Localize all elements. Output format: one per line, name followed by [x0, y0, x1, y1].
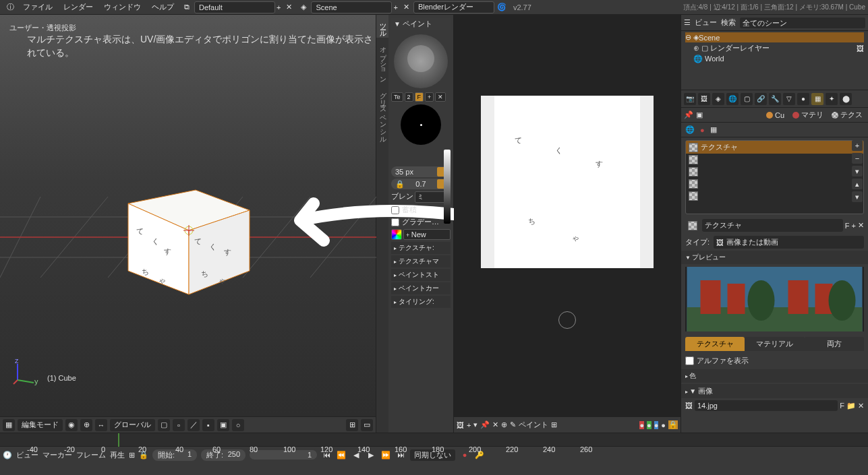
remove-layout-button[interactable]: ✕ — [286, 3, 292, 11]
editor-type-icon[interactable]: ▦ — [3, 419, 15, 431]
brush-tex-button[interactable]: Te — [391, 92, 403, 102]
tab-both[interactable]: 両方 — [805, 337, 864, 351]
preview-panel-header[interactable]: プレビュー — [681, 251, 868, 264]
pivot-icon[interactable]: ⊕ — [80, 419, 92, 431]
ctx-tab-object[interactable]: Cu — [763, 110, 787, 120]
ctx-tab-texture[interactable]: テクス — [829, 109, 865, 121]
sub-texture[interactable]: テクスチャ: — [391, 242, 451, 254]
tab-material[interactable]: マテリアル — [745, 337, 804, 351]
slot-up-button[interactable]: ▴ — [852, 179, 863, 189]
scene-selector[interactable]: Scene — [311, 1, 392, 13]
3d-viewport[interactable]: ユーザー・透視投影 マルチテクスチャ表示は、UV/画像エディタでポリゴンに割り当… — [0, 15, 376, 433]
brush-remove-button[interactable]: ✕ — [435, 92, 446, 102]
end-frame-field[interactable]: 終了:250 — [201, 449, 245, 461]
ctx-material-icon[interactable]: ● — [700, 126, 705, 134]
prop-constraint-icon[interactable]: 🔗 — [755, 93, 767, 105]
sub-curve[interactable]: ペイントカー — [391, 282, 451, 294]
editor-type-icon[interactable]: 🖼 — [457, 421, 464, 429]
orientation-selector[interactable]: グローバル — [110, 419, 155, 431]
editor-type-icon[interactable]: 🕐 — [3, 451, 12, 460]
sel-vert-icon[interactable]: ▫ — [173, 419, 185, 431]
add-scene-button[interactable]: + — [393, 3, 397, 11]
outliner-item-scene[interactable]: ⊖ ◈ Scene — [685, 32, 864, 42]
new-button[interactable]: + New — [403, 229, 451, 240]
sel-edge-icon[interactable]: ／ — [187, 419, 200, 431]
tab-texture[interactable]: テクスチャ — [685, 337, 745, 351]
accumulate-checkbox[interactable] — [391, 206, 399, 214]
layers-icon[interactable]: ▢ — [158, 419, 170, 431]
slot-down-button[interactable]: ▾ — [852, 191, 863, 202]
color-panel-header[interactable]: 色 — [681, 369, 868, 383]
image-canvas[interactable]: てくす ちゃ — [454, 15, 681, 416]
texture-slot-4[interactable] — [686, 190, 863, 202]
menu-window[interactable]: ウィンドウ — [104, 2, 141, 12]
render-border-icon[interactable]: ▭ — [361, 419, 373, 431]
add-texture-button[interactable]: + — [852, 222, 856, 230]
limit-select-icon[interactable]: ▣ — [217, 419, 229, 431]
fake-user-button[interactable]: F — [845, 222, 850, 230]
menu-file[interactable]: ファイル — [23, 2, 53, 12]
channel-rgb-icon[interactable]: ● — [647, 421, 652, 429]
tl-menu-playback[interactable]: 再生 — [110, 450, 125, 460]
prop-world-icon[interactable]: 🌐 — [726, 93, 739, 105]
snap-icon[interactable]: ⊞ — [346, 419, 358, 431]
texture-slot-3[interactable] — [686, 178, 863, 190]
add-layout-button[interactable]: + — [277, 3, 281, 11]
cube-mesh[interactable]: てくす ちゃ てくす ちゃ — [121, 177, 256, 298]
sel-face-icon[interactable]: ▪ — [202, 419, 214, 431]
uv-snap-icon[interactable]: ⊞ — [551, 420, 557, 429]
pivot-icon[interactable]: ⊕ — [501, 420, 507, 429]
channel-alpha-icon[interactable]: ● — [654, 421, 659, 429]
channel-z-icon[interactable]: ● — [661, 421, 666, 429]
blender-icon[interactable]: ⓘ — [5, 2, 16, 13]
prop-texture-icon[interactable]: ▦ — [811, 93, 823, 105]
radius-field[interactable]: 35 px — [391, 166, 451, 177]
img-browse-button[interactable]: ▾ — [473, 420, 478, 429]
timeline-cursor[interactable] — [118, 433, 119, 447]
prop-modifier-icon[interactable]: 🔧 — [769, 93, 781, 105]
img-add-button[interactable]: + — [467, 421, 471, 429]
slot-menu-button[interactable]: ▾ — [852, 166, 863, 177]
manipulator-icon[interactable]: ↔ — [95, 419, 107, 431]
outliner-filter-selector[interactable]: 全てのシーン — [740, 18, 865, 28]
outliner-tree[interactable]: ⊖ ◈ Scene ⊕ ▢ レンダーレイヤー🖼 🌐 World — [681, 31, 868, 65]
outliner-item-world[interactable]: 🌐 World — [685, 54, 864, 64]
layout-selector[interactable]: Default — [194, 1, 275, 13]
channel-rgba-icon[interactable]: ● — [639, 421, 644, 429]
remove-scene-button[interactable]: ✕ — [403, 3, 409, 11]
slot-add-button[interactable]: + — [852, 140, 863, 151]
sub-stroke[interactable]: ペイントスト — [391, 269, 451, 281]
editor-type-icon[interactable]: ☰ — [684, 18, 691, 27]
prop-layers-icon[interactable]: 🖼 — [698, 93, 710, 105]
texture-type-selector[interactable]: 🖼 画像または動画 — [714, 236, 864, 249]
img-pin-button[interactable]: 📌 — [480, 420, 490, 429]
texture-name-field[interactable]: テクスチャ — [702, 219, 843, 232]
menu-render[interactable]: レンダー — [63, 2, 93, 12]
gradient-checkbox[interactable] — [391, 218, 399, 226]
lock-icon[interactable]: 🔒 — [668, 420, 678, 429]
image-panel-header[interactable]: ▼ 画像 — [681, 384, 868, 398]
show-alpha-checkbox[interactable] — [685, 356, 694, 365]
render-engine-selector[interactable]: Blenderレンダー — [413, 1, 494, 13]
strength-gradient[interactable] — [444, 150, 451, 224]
ctx-tab-material[interactable]: マテリ — [790, 109, 826, 121]
mode-selector[interactable]: 編集モード — [18, 419, 63, 431]
outliner-view-menu[interactable]: ビュー — [695, 18, 717, 28]
texture-preview[interactable] — [685, 267, 864, 331]
image-fake-user[interactable]: F — [840, 402, 844, 410]
prop-particle-icon[interactable]: ✦ — [826, 93, 838, 105]
screen-layout-icon[interactable]: ⧉ — [181, 2, 192, 13]
image-unlink-button[interactable]: ✕ — [858, 402, 864, 410]
brush-add-button[interactable]: + — [425, 92, 434, 102]
img-remove-button[interactable]: ✕ — [492, 420, 498, 429]
context-object-icon[interactable]: ▣ — [696, 110, 703, 119]
tab-gpencil[interactable]: グリースペンシル — [376, 84, 388, 144]
sub-texmask[interactable]: テクスチャマ — [391, 255, 451, 267]
tl-range-icon[interactable]: ⊞ — [129, 451, 135, 460]
paint-panel-header[interactable]: ▼ ペイント — [391, 18, 451, 30]
texture-slot-1[interactable] — [686, 154, 863, 166]
image-name-field[interactable]: 14.jpg — [695, 400, 838, 411]
prev-keyframe-button[interactable]: ⏪ — [336, 449, 347, 460]
shading-icon[interactable]: ◉ — [65, 419, 78, 431]
brush-preview-small[interactable] — [401, 104, 441, 145]
